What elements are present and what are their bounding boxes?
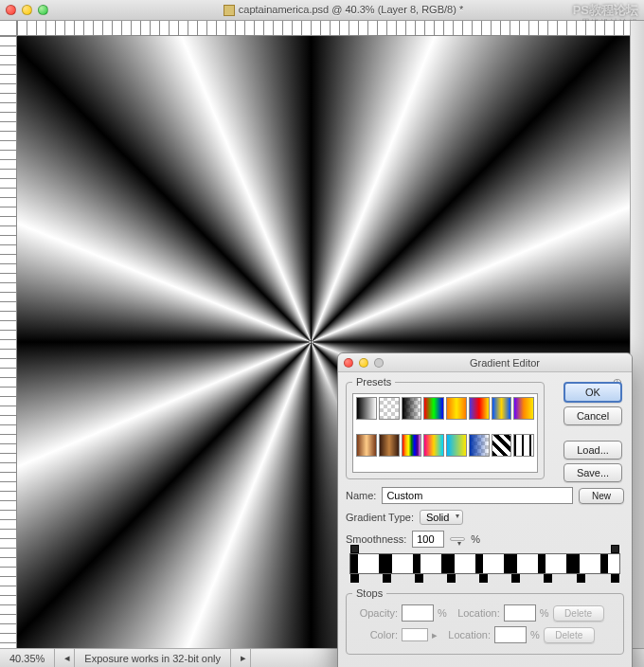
preset-swatch[interactable]	[402, 434, 422, 457]
save-button[interactable]: Save...	[564, 463, 622, 482]
gradient-type-select[interactable]: Solid	[420, 510, 463, 525]
preset-swatch[interactable]	[379, 434, 400, 457]
document-icon	[224, 5, 235, 16]
color-stop[interactable]	[611, 574, 619, 583]
window-title-bar: captainamerica.psd @ 40.3% (Layer 8, RGB…	[0, 0, 644, 21]
color-stop[interactable]	[383, 574, 391, 583]
color-stop[interactable]	[577, 574, 585, 583]
smoothness-dropdown-icon[interactable]	[450, 537, 465, 541]
preset-swatch[interactable]	[469, 434, 490, 457]
ruler-vertical[interactable]	[0, 36, 17, 648]
presets-grid[interactable]	[352, 393, 538, 473]
window-title: captainamerica.psd @ 40.3% (Layer 8, RGB…	[48, 4, 638, 16]
traffic-lights	[6, 5, 48, 15]
color-stop[interactable]	[544, 574, 552, 583]
preset-swatch[interactable]	[356, 397, 377, 420]
preset-swatch[interactable]	[492, 434, 512, 457]
opacity-location-input	[504, 604, 536, 622]
dialog-minimize-icon[interactable]	[359, 358, 368, 368]
opacity-stop[interactable]	[350, 545, 359, 553]
delete-opacity-button: Delete	[553, 605, 604, 622]
color-stop[interactable]	[415, 574, 423, 583]
smoothness-label: Smoothness:	[346, 533, 406, 545]
preset-swatch[interactable]	[423, 434, 444, 457]
status-message: Exposure works in 32-bit only	[75, 649, 231, 667]
color-stop[interactable]	[350, 574, 359, 583]
color-label: Color:	[352, 629, 398, 640]
gradient-editor-dialog: Gradient Editor ◴ OK Cancel Load... Save…	[337, 352, 633, 667]
color-location-input	[494, 626, 527, 643]
ruler-origin[interactable]	[0, 21, 17, 36]
smoothness-unit: %	[471, 533, 480, 545]
color-stop[interactable]	[479, 574, 488, 583]
delete-color-button: Delete	[544, 627, 595, 643]
preset-swatch[interactable]	[356, 434, 377, 457]
minimize-icon[interactable]	[22, 5, 32, 15]
preset-swatch[interactable]	[379, 397, 400, 420]
gradient-type-label: Gradient Type:	[346, 512, 414, 523]
new-button[interactable]: New	[579, 488, 624, 504]
name-label: Name:	[346, 490, 376, 501]
opacity-location-label: Location:	[451, 607, 500, 619]
presets-fieldset: Presets	[346, 376, 545, 479]
stops-legend: Stops	[352, 587, 386, 599]
opacity-label: Opacity:	[352, 607, 398, 619]
status-next-icon[interactable]: ▸	[231, 649, 251, 667]
preset-swatch[interactable]	[469, 397, 490, 420]
zoom-icon[interactable]	[38, 5, 48, 15]
opacity-stop[interactable]	[611, 545, 619, 553]
preset-swatch[interactable]	[402, 397, 422, 420]
dialog-title: Gradient Editor	[384, 357, 626, 369]
cancel-button[interactable]: Cancel	[564, 406, 622, 425]
presets-legend: Presets	[352, 376, 395, 388]
gradient-bar[interactable]	[349, 553, 620, 574]
zoom-level[interactable]: 40.35%	[0, 649, 55, 667]
stops-fieldset: Stops Opacity: % Location: % Delete Colo…	[346, 587, 624, 655]
close-icon[interactable]	[6, 5, 16, 15]
opacity-location-unit: %	[540, 607, 549, 619]
color-stop[interactable]	[447, 574, 456, 583]
dialog-title-bar[interactable]: Gradient Editor	[338, 353, 632, 372]
status-prev-icon[interactable]: ◂	[55, 649, 75, 667]
name-input[interactable]	[382, 487, 573, 504]
load-button[interactable]: Load...	[564, 441, 622, 460]
opacity-input	[402, 604, 434, 622]
color-swatch	[402, 628, 428, 641]
opacity-unit: %	[438, 607, 447, 619]
color-location-unit: %	[530, 629, 540, 640]
preset-swatch[interactable]	[513, 397, 534, 420]
preset-swatch[interactable]	[492, 397, 512, 420]
color-location-label: Location:	[441, 629, 491, 640]
preset-swatch[interactable]	[513, 434, 534, 457]
ruler-horizontal[interactable]	[17, 21, 630, 36]
preset-swatch[interactable]	[446, 397, 467, 420]
dialog-close-icon[interactable]	[344, 358, 353, 368]
color-stop[interactable]	[511, 574, 520, 583]
dialog-zoom-icon	[374, 358, 384, 368]
preset-swatch[interactable]	[446, 434, 467, 457]
preset-swatch[interactable]	[423, 397, 444, 420]
smoothness-input[interactable]	[412, 531, 444, 548]
ok-button[interactable]: OK	[564, 382, 622, 403]
dialog-button-column: OK Cancel Load... Save...	[564, 382, 622, 482]
